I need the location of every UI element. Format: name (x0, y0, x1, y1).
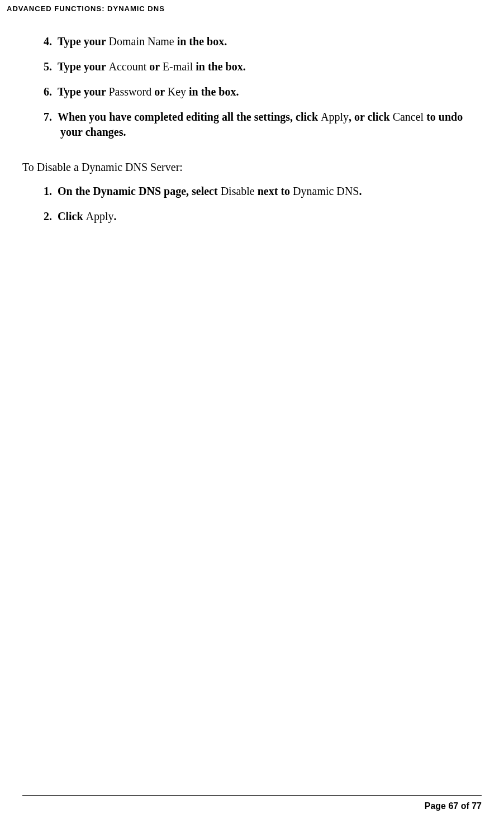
step-text: , or click (349, 111, 393, 123)
step-text: next to (258, 185, 293, 197)
list-number: 6. (44, 85, 52, 98)
instruction-list-1: 4. Type your Domain Name in the box. 5. … (22, 34, 482, 140)
list-item-4: 4. Type your Domain Name in the box. (22, 34, 482, 49)
list-number: 1. (44, 185, 52, 197)
step-text: or (154, 85, 168, 98)
list-number: 2. (44, 210, 52, 222)
step-value: Apply (86, 210, 114, 222)
step-text: . (114, 210, 117, 222)
list-number: 7. (44, 111, 52, 123)
list-item-7: 7. When you have completed editing all t… (22, 110, 482, 140)
step-text: in the box. (196, 60, 245, 73)
list-item-5: 5. Type your Account or E-mail in the bo… (22, 59, 482, 74)
instruction-list-2: 1. On the Dynamic DNS page, select Disab… (22, 184, 482, 224)
step-value: Cancel (393, 111, 427, 123)
step-text: or (149, 60, 163, 73)
step-value: Domain Name (109, 35, 177, 47)
step-text: Click (58, 210, 86, 222)
step-text: Type your (58, 35, 109, 47)
list-item-b2: 2. Click Apply. (22, 209, 482, 224)
list-item-6: 6. Type your Password or Key in the box. (22, 84, 482, 99)
step-value: Dynamic DNS (293, 185, 359, 197)
step-value: Apply (321, 111, 349, 123)
page-header: ADVANCED FUNCTIONS: DYNAMIC DNS (0, 0, 504, 17)
list-number: 4. (44, 35, 52, 47)
page-footer: Page 67 of 77 (22, 795, 482, 811)
step-text: When you have completed editing all the … (58, 111, 321, 123)
page-number: Page 67 of 77 (22, 801, 482, 811)
step-value: Key (168, 85, 189, 98)
step-text: On the Dynamic DNS page, select (58, 185, 221, 197)
step-text: in the box. (189, 85, 239, 98)
step-value: Password (109, 85, 155, 98)
document-content: 4. Type your Domain Name in the box. 5. … (0, 17, 504, 245)
step-value: Account (109, 60, 150, 73)
step-value: Disable (221, 185, 258, 197)
list-item-b1: 1. On the Dynamic DNS page, select Disab… (22, 184, 482, 199)
step-value: E-mail (163, 60, 196, 73)
section-heading-disable: To Disable a Dynamic DNS Server: (22, 161, 482, 174)
step-text: . (359, 185, 362, 197)
step-text: in the box. (177, 35, 227, 47)
step-text: Type your (58, 85, 109, 98)
footer-divider (22, 795, 482, 796)
step-text: Type your (58, 60, 109, 73)
list-number: 5. (44, 60, 52, 73)
